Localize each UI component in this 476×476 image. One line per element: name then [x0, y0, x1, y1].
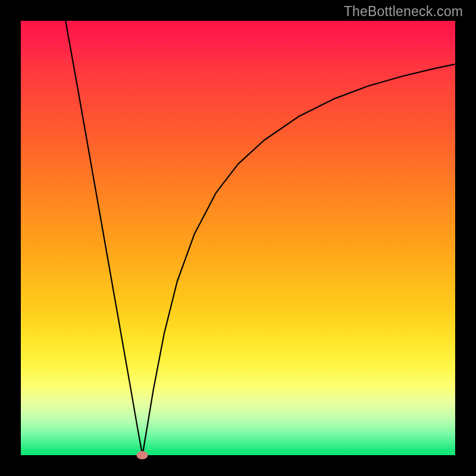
plot-area — [21, 21, 455, 455]
curve-layer — [21, 21, 455, 455]
curve-right-branch — [142, 64, 455, 455]
watermark-text: TheBottleneck.com — [344, 4, 463, 20]
chart-frame: TheBottleneck.com — [0, 0, 476, 476]
minimum-marker — [137, 451, 148, 459]
curve-left-branch — [65, 21, 142, 455]
